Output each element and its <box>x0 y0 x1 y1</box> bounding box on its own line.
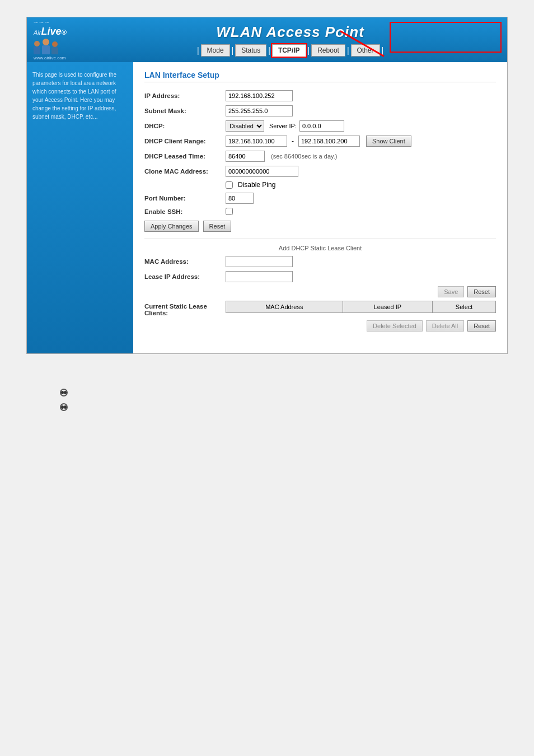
tab-reboot[interactable]: Reboot <box>311 44 345 57</box>
page-title: WLAN Access Point <box>216 24 364 41</box>
save-reset-row: Save Reset <box>144 286 496 297</box>
radio-button-2[interactable] <box>60 403 68 411</box>
main-content: LAN Interface Setup IP Address: Subnet M… <box>133 62 507 353</box>
dhcp-leased-note: (sec 86400sec is a day.) <box>271 153 337 160</box>
lease-ip-value <box>226 271 293 282</box>
radio-button-1[interactable] <box>60 389 68 396</box>
dhcp-leased-row: DHCP Leased Time: (sec 86400sec is a day… <box>144 151 496 162</box>
mac-address-input[interactable] <box>226 256 293 267</box>
sidebar: This page is used to configure the param… <box>27 62 133 353</box>
port-number-input[interactable] <box>226 193 254 204</box>
clients-table: MAC Address Leased IP Select <box>226 301 496 313</box>
delete-selected-button[interactable]: Delete Selected <box>367 320 423 332</box>
static-lease-title: Add DHCP Static Lease Client <box>144 245 496 251</box>
enable-ssh-label: Enable SSH: <box>144 208 226 215</box>
disable-ping-value: Disable Ping <box>226 181 275 189</box>
subnet-mask-label: Subnet Mask: <box>144 108 226 114</box>
content-wrapper: This page is used to configure the param… <box>27 62 507 353</box>
mac-address-row: MAC Address: <box>144 256 496 267</box>
enable-ssh-row: Enable SSH: <box>144 208 496 215</box>
table-actions-row: Delete Selected Delete All Reset <box>144 320 496 332</box>
subnet-mask-value <box>226 105 293 116</box>
disable-ping-row: Disable Ping <box>144 181 496 189</box>
static-lease-section: Add DHCP Static Lease Client MAC Address… <box>144 239 496 332</box>
dhcp-label: DHCP: <box>144 123 226 129</box>
port-number-value <box>226 193 254 204</box>
page-wrapper: 〜〜〜 Air Live ® <box>0 0 534 756</box>
subnet-mask-input[interactable] <box>226 105 293 116</box>
person-2 <box>42 39 50 54</box>
reset-button[interactable]: Reset <box>203 221 232 232</box>
save-button[interactable]: Save <box>438 286 464 297</box>
show-client-button[interactable]: Show Client <box>366 136 411 147</box>
port-number-row: Port Number: <box>144 193 496 204</box>
range-separator: - <box>292 137 294 145</box>
dhcp-value: Disabled Enabled Server IP: <box>226 120 344 132</box>
reset2-button[interactable]: Reset <box>467 286 496 297</box>
ip-address-label: IP Address: <box>144 92 226 99</box>
nav-tabs: | Mode | Status | TCP/IP | Reboot | Othe… <box>196 44 384 57</box>
radio-row-1 <box>60 389 474 396</box>
logo-people <box>34 39 58 54</box>
radio-inner-2 <box>61 405 64 409</box>
clone-mac-label: Clone MAC Address: <box>144 168 226 175</box>
clone-mac-row: Clone MAC Address: <box>144 166 496 177</box>
main-panel: 〜〜〜 Air Live ® <box>26 17 508 354</box>
dhcp-leased-label: DHCP Leased Time: <box>144 153 226 160</box>
lease-ip-row: Lease IP Address: <box>144 271 496 282</box>
lease-ip-input[interactable] <box>226 271 293 282</box>
title-area: WLAN Access Point | Mode | Status | TCP/… <box>73 24 507 57</box>
bottom-section <box>26 371 508 429</box>
apply-changes-button[interactable]: Apply Changes <box>144 221 199 232</box>
tab-status[interactable]: Status <box>235 44 266 57</box>
logo-waves: 〜〜〜 <box>34 20 50 26</box>
current-clients-label: Current Static Lease Clients: <box>144 301 226 316</box>
lease-ip-label: Lease IP Address: <box>144 273 226 280</box>
dhcp-range-label: DHCP Client Range: <box>144 138 226 144</box>
logo-area: 〜〜〜 Air Live ® <box>27 15 73 65</box>
logo-registered: ® <box>61 28 67 36</box>
dhcp-leased-input[interactable] <box>226 151 265 162</box>
disable-ping-label: Disable Ping <box>238 181 275 189</box>
dhcp-range-value: - Show Client <box>226 136 411 147</box>
enable-ssh-value <box>226 208 235 215</box>
logo-air-text: Air <box>34 29 41 36</box>
dhcp-range-from-input[interactable] <box>226 136 287 147</box>
logo-live-text: Live <box>41 26 61 38</box>
clone-mac-value <box>226 166 298 177</box>
delete-all-button[interactable]: Delete All <box>426 320 464 332</box>
mac-address-label: MAC Address: <box>144 258 226 265</box>
clone-mac-input[interactable] <box>226 166 298 177</box>
disable-ping-checkbox[interactable] <box>226 181 233 189</box>
dhcp-row: DHCP: Disabled Enabled Server IP: <box>144 120 496 132</box>
tab-tcpip[interactable]: TCP/IP <box>272 44 306 57</box>
ip-address-row: IP Address: <box>144 90 496 101</box>
dhcp-range-to-input[interactable] <box>298 136 360 147</box>
ip-address-input[interactable] <box>226 90 293 101</box>
person-3 <box>51 41 58 54</box>
www-label: www.airlive.com <box>34 55 65 60</box>
server-ip-input[interactable] <box>299 120 344 132</box>
tab-mode[interactable]: Mode <box>201 44 230 57</box>
section-title: LAN Interface Setup <box>144 71 496 82</box>
port-number-label: Port Number: <box>144 195 226 202</box>
server-ip-label: Server IP: <box>269 123 297 129</box>
radio-inner-1 <box>61 391 64 394</box>
tab-other[interactable]: Other <box>351 44 380 57</box>
dhcp-range-row: DHCP Client Range: - Show Client <box>144 136 496 147</box>
radio-row-2 <box>60 403 474 411</box>
mac-address-value <box>226 256 293 267</box>
ip-address-value <box>226 90 293 101</box>
header-bar: 〜〜〜 Air Live ® <box>27 17 507 62</box>
static-table-section: Current Static Lease Clients: MAC Addres… <box>144 301 496 316</box>
dhcp-leased-value: (sec 86400sec is a day.) <box>226 151 337 162</box>
person-1 <box>34 41 40 54</box>
enable-ssh-checkbox[interactable] <box>226 208 233 215</box>
subnet-mask-row: Subnet Mask: <box>144 105 496 116</box>
reset3-button[interactable]: Reset <box>467 320 496 332</box>
table-header-row: MAC Address Leased IP Select <box>226 301 496 313</box>
table-header-select: Select <box>433 301 495 312</box>
table-header-leased-ip: Leased IP <box>343 301 433 312</box>
dhcp-select[interactable]: Disabled Enabled <box>226 120 264 132</box>
sidebar-description: This page is used to configure the param… <box>32 71 128 121</box>
